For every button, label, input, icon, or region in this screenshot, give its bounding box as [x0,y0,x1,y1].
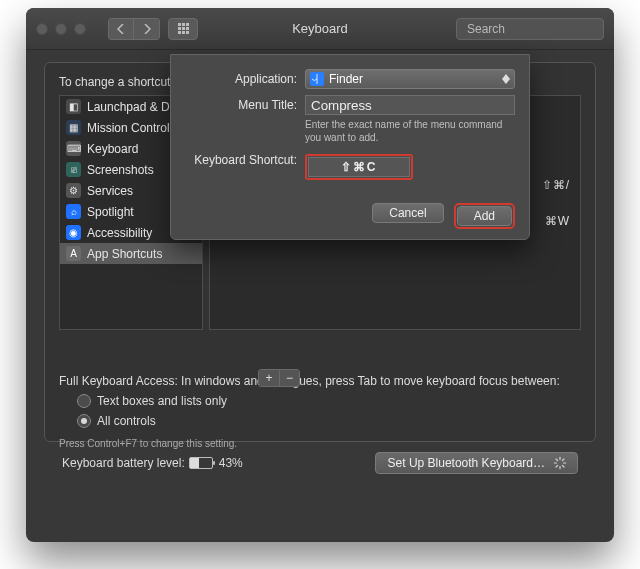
add-button-highlight: Add [454,203,515,229]
keyboard-icon: ⌨ [66,141,81,156]
sidebar-item-app-shortcuts[interactable]: A App Shortcuts [60,243,202,264]
radio-label: All controls [97,414,156,428]
progress-spinner-icon [553,456,567,470]
grid-icon [178,23,189,34]
accessibility-icon: ◉ [66,225,81,240]
fka-hint: Press Control+F7 to change this setting. [59,438,581,449]
sidebar-item-label: Services [87,184,133,198]
cancel-button[interactable]: Cancel [372,203,443,223]
application-select-value: Finder [329,72,363,86]
battery-label: Keyboard battery level: [62,456,185,470]
add-shortcut-button[interactable]: + [259,370,279,386]
battery-indicator: 43% [189,456,243,470]
radio-label: Text boxes and lists only [97,394,227,408]
setup-bluetooth-keyboard-button[interactable]: Set Up Bluetooth Keyboard… [375,452,578,474]
services-icon: ⚙ [66,183,81,198]
nav-forward-button[interactable] [134,18,160,40]
menu-title-input[interactable] [305,95,515,115]
menu-title-label: Menu Title: [185,95,305,112]
chevron-updown-icon [502,74,510,84]
menu-title-hint: Enter the exact name of the menu command… [305,118,515,144]
sidebar-item-label: Mission Control [87,121,170,135]
button-label: Set Up Bluetooth Keyboard… [388,456,545,470]
sidebar-item-label: Spotlight [87,205,134,219]
add-shortcut-dialog: Application: Finder Menu Title: En [170,54,530,240]
svg-line-8 [556,465,558,467]
app-shortcuts-icon: A [66,246,81,261]
battery-icon [189,457,213,469]
application-select[interactable]: Finder [305,69,515,89]
keyboard-shortcut-label: Keyboard Shortcut: [185,150,305,167]
radio-icon [77,414,91,428]
application-label: Application: [185,69,305,86]
window-toolbar: Keyboard [26,8,614,50]
show-all-prefs-button[interactable] [168,18,198,40]
radio-icon [77,394,91,408]
spotlight-icon: ⌕ [66,204,81,219]
battery-percent: 43% [219,456,243,470]
close-window-button[interactable] [36,23,48,35]
button-label: Add [474,209,495,223]
keyboard-shortcut-input[interactable]: ⇧⌘C [308,157,410,177]
svg-line-6 [556,459,558,461]
sidebar-item-label: Screenshots [87,163,154,177]
sidebar-item-label: App Shortcuts [87,247,162,261]
full-keyboard-access-text: Full Keyboard Access: In windows and dia… [59,374,581,388]
search-field[interactable] [456,18,604,40]
button-label: Cancel [389,206,426,220]
minimize-window-button[interactable] [55,23,67,35]
launchpad-icon: ◧ [66,99,81,114]
nav-back-forward [108,18,160,40]
radio-all-controls[interactable]: All controls [77,414,581,428]
shortcut-entry-keys: ⌘W [545,214,570,228]
add-button[interactable]: Add [457,206,512,226]
sidebar-item-label: Keyboard [87,142,138,156]
mission-control-icon: ▦ [66,120,81,135]
battery-fill [190,458,199,468]
keyboard-shortcut-highlight: ⇧⌘C [305,154,413,180]
sidebar-item-label: Accessibility [87,226,152,240]
radio-textboxes-only[interactable]: Text boxes and lists only [77,394,581,408]
search-input[interactable] [467,22,614,36]
traffic-lights [36,23,86,35]
finder-icon [310,72,324,86]
svg-line-7 [562,465,564,467]
remove-shortcut-button[interactable]: − [279,370,299,386]
add-remove-segment: + − [258,369,300,387]
nav-back-button[interactable] [108,18,134,40]
svg-line-9 [562,459,564,461]
preferences-window: Keyboard To change a shortcut, select it… [26,8,614,542]
screenshots-icon: ⎚ [66,162,81,177]
shortcut-entry-keys: ⇧⌘/ [542,178,570,192]
zoom-window-button[interactable] [74,23,86,35]
